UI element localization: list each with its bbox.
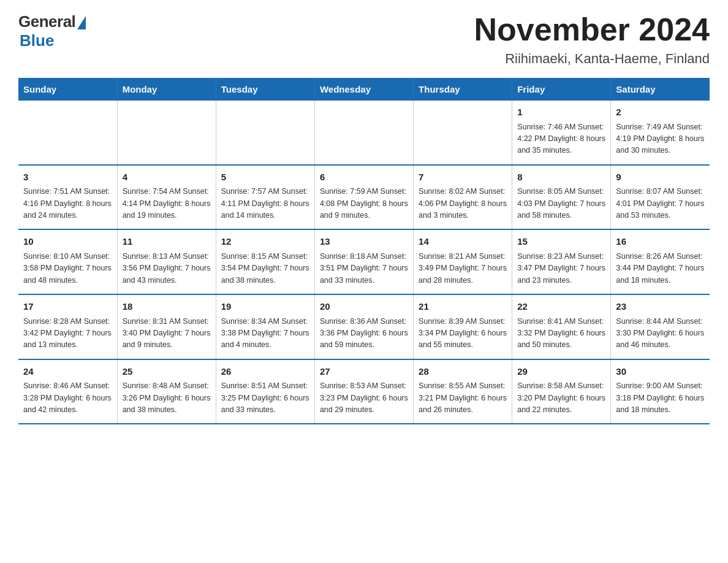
calendar-day-cell: 22Sunrise: 8:41 AM Sunset: 3:32 PM Dayli… (512, 294, 611, 359)
day-info: Sunrise: 8:44 AM Sunset: 3:30 PM Dayligh… (616, 316, 705, 351)
subtitle: Riihimaeki, Kanta-Haeme, Finland (474, 51, 710, 67)
day-info: Sunrise: 8:31 AM Sunset: 3:40 PM Dayligh… (123, 316, 211, 351)
calendar-day-cell: 4Sunrise: 7:54 AM Sunset: 4:14 PM Daylig… (117, 165, 216, 230)
calendar-day-cell: 13Sunrise: 8:18 AM Sunset: 3:51 PM Dayli… (314, 229, 413, 294)
day-number: 15 (517, 235, 605, 249)
day-number: 10 (23, 235, 112, 249)
calendar-table: SundayMondayTuesdayWednesdayThursdayFrid… (18, 78, 710, 424)
calendar-week-row: 24Sunrise: 8:46 AM Sunset: 3:28 PM Dayli… (18, 359, 710, 424)
calendar-week-row: 1Sunrise: 7:46 AM Sunset: 4:22 PM Daylig… (18, 101, 710, 165)
day-of-week-header: Thursday (414, 78, 512, 101)
day-info: Sunrise: 8:18 AM Sunset: 3:51 PM Dayligh… (320, 251, 408, 286)
day-number: 23 (616, 300, 705, 314)
day-number: 28 (419, 365, 507, 379)
calendar-week-row: 10Sunrise: 8:10 AM Sunset: 3:58 PM Dayli… (18, 229, 710, 294)
day-info: Sunrise: 8:07 AM Sunset: 4:01 PM Dayligh… (616, 186, 705, 221)
calendar-day-cell: 27Sunrise: 8:53 AM Sunset: 3:23 PM Dayli… (314, 359, 413, 424)
day-info: Sunrise: 8:13 AM Sunset: 3:56 PM Dayligh… (123, 251, 211, 286)
day-info: Sunrise: 8:15 AM Sunset: 3:54 PM Dayligh… (221, 251, 309, 286)
calendar-day-cell: 26Sunrise: 8:51 AM Sunset: 3:25 PM Dayli… (216, 359, 314, 424)
main-title: November 2024 (474, 12, 710, 47)
calendar-day-cell: 18Sunrise: 8:31 AM Sunset: 3:40 PM Dayli… (117, 294, 216, 359)
day-number: 14 (419, 235, 507, 249)
day-info: Sunrise: 7:51 AM Sunset: 4:16 PM Dayligh… (23, 186, 112, 221)
day-number: 17 (23, 300, 112, 314)
calendar-day-cell: 16Sunrise: 8:26 AM Sunset: 3:44 PM Dayli… (611, 229, 710, 294)
calendar-day-cell (414, 101, 512, 165)
day-info: Sunrise: 8:21 AM Sunset: 3:49 PM Dayligh… (419, 251, 507, 286)
calendar-day-cell (117, 101, 216, 165)
day-number: 9 (616, 170, 705, 185)
day-number: 16 (616, 235, 705, 249)
day-number: 25 (123, 365, 211, 379)
day-info: Sunrise: 7:57 AM Sunset: 4:11 PM Dayligh… (221, 186, 309, 221)
day-number: 20 (320, 300, 408, 314)
calendar-day-cell: 19Sunrise: 8:34 AM Sunset: 3:38 PM Dayli… (216, 294, 314, 359)
calendar-day-cell: 15Sunrise: 8:23 AM Sunset: 3:47 PM Dayli… (512, 229, 611, 294)
day-number: 12 (221, 235, 309, 249)
logo-triangle-icon (77, 16, 86, 29)
calendar-day-cell: 23Sunrise: 8:44 AM Sunset: 3:30 PM Dayli… (611, 294, 710, 359)
calendar-day-cell: 11Sunrise: 8:13 AM Sunset: 3:56 PM Dayli… (117, 229, 216, 294)
calendar-day-cell: 2Sunrise: 7:49 AM Sunset: 4:19 PM Daylig… (611, 101, 710, 165)
calendar-day-cell: 14Sunrise: 8:21 AM Sunset: 3:49 PM Dayli… (414, 229, 512, 294)
day-info: Sunrise: 8:41 AM Sunset: 3:32 PM Dayligh… (517, 316, 605, 351)
day-number: 26 (221, 365, 309, 379)
day-info: Sunrise: 8:34 AM Sunset: 3:38 PM Dayligh… (221, 316, 309, 351)
calendar-day-cell: 28Sunrise: 8:55 AM Sunset: 3:21 PM Dayli… (414, 359, 512, 424)
logo: General Blue (18, 12, 86, 50)
calendar-day-cell: 5Sunrise: 7:57 AM Sunset: 4:11 PM Daylig… (216, 165, 314, 230)
day-info: Sunrise: 7:59 AM Sunset: 4:08 PM Dayligh… (320, 186, 408, 221)
day-of-week-header: Wednesday (314, 78, 413, 101)
day-of-week-header: Saturday (611, 78, 710, 101)
calendar-day-cell: 6Sunrise: 7:59 AM Sunset: 4:08 PM Daylig… (314, 165, 413, 230)
day-number: 22 (517, 300, 605, 314)
page-header: General Blue November 2024 Riihimaeki, K… (18, 12, 710, 67)
day-of-week-header: Sunday (18, 78, 117, 101)
calendar-day-cell: 29Sunrise: 8:58 AM Sunset: 3:20 PM Dayli… (512, 359, 611, 424)
day-info: Sunrise: 8:46 AM Sunset: 3:28 PM Dayligh… (23, 380, 112, 416)
day-number: 30 (616, 365, 705, 379)
day-info: Sunrise: 8:51 AM Sunset: 3:25 PM Dayligh… (221, 380, 309, 416)
calendar-day-cell: 21Sunrise: 8:39 AM Sunset: 3:34 PM Dayli… (414, 294, 512, 359)
day-info: Sunrise: 7:49 AM Sunset: 4:19 PM Dayligh… (616, 121, 705, 157)
day-number: 5 (221, 170, 309, 185)
day-number: 1 (517, 105, 605, 120)
day-number: 11 (123, 235, 211, 249)
day-number: 4 (123, 170, 211, 185)
calendar-day-cell: 9Sunrise: 8:07 AM Sunset: 4:01 PM Daylig… (611, 165, 710, 230)
day-number: 19 (221, 300, 309, 314)
day-number: 27 (320, 365, 408, 379)
calendar-day-cell: 1Sunrise: 7:46 AM Sunset: 4:22 PM Daylig… (512, 101, 611, 165)
day-number: 18 (123, 300, 211, 314)
day-number: 24 (23, 365, 112, 379)
title-area: November 2024 Riihimaeki, Kanta-Haeme, F… (474, 12, 710, 67)
day-number: 29 (517, 365, 605, 379)
day-number: 21 (419, 300, 507, 314)
calendar-week-row: 17Sunrise: 8:28 AM Sunset: 3:42 PM Dayli… (18, 294, 710, 359)
day-number: 8 (517, 170, 605, 185)
calendar-day-cell (314, 101, 413, 165)
logo-blue-text: Blue (20, 31, 54, 50)
day-number: 2 (616, 105, 705, 120)
day-info: Sunrise: 8:36 AM Sunset: 3:36 PM Dayligh… (320, 316, 408, 351)
calendar-header-row: SundayMondayTuesdayWednesdayThursdayFrid… (18, 78, 710, 101)
calendar-day-cell: 20Sunrise: 8:36 AM Sunset: 3:36 PM Dayli… (314, 294, 413, 359)
day-number: 6 (320, 170, 408, 185)
day-info: Sunrise: 8:05 AM Sunset: 4:03 PM Dayligh… (517, 186, 605, 221)
day-info: Sunrise: 8:02 AM Sunset: 4:06 PM Dayligh… (419, 186, 507, 221)
calendar-day-cell (18, 101, 117, 165)
day-info: Sunrise: 8:10 AM Sunset: 3:58 PM Dayligh… (23, 251, 112, 286)
day-info: Sunrise: 7:46 AM Sunset: 4:22 PM Dayligh… (517, 121, 605, 157)
day-info: Sunrise: 8:48 AM Sunset: 3:26 PM Dayligh… (123, 380, 211, 416)
day-number: 13 (320, 235, 408, 249)
calendar-week-row: 3Sunrise: 7:51 AM Sunset: 4:16 PM Daylig… (18, 165, 710, 230)
day-number: 7 (419, 170, 507, 185)
day-info: Sunrise: 8:58 AM Sunset: 3:20 PM Dayligh… (517, 380, 605, 416)
calendar-day-cell: 25Sunrise: 8:48 AM Sunset: 3:26 PM Dayli… (117, 359, 216, 424)
calendar-day-cell: 12Sunrise: 8:15 AM Sunset: 3:54 PM Dayli… (216, 229, 314, 294)
logo-general-text: General (18, 12, 75, 31)
calendar-day-cell (216, 101, 314, 165)
day-info: Sunrise: 7:54 AM Sunset: 4:14 PM Dayligh… (123, 186, 211, 221)
day-of-week-header: Tuesday (216, 78, 314, 101)
